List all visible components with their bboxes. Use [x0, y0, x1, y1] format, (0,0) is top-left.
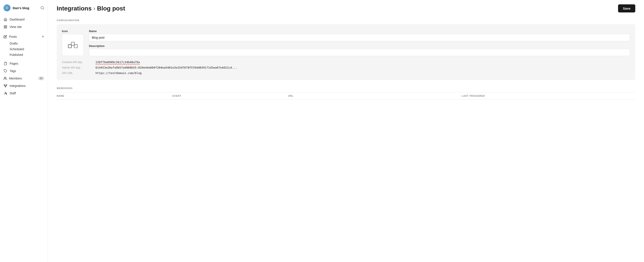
icon-section: Icon [62, 30, 84, 56]
staff-icon [4, 91, 8, 95]
top-bar: Integrations › Blog post Save [48, 0, 644, 17]
sidebar-header: D Dan's blog [0, 4, 48, 16]
api-url-row: API URL https://testdomain.com/blog [62, 71, 630, 75]
content-api-key-value[interactable]: 238ff0a0909c5b17c34b40a79a [96, 60, 140, 64]
api-rows: Content API key 238ff0a0909c5b17c34b40a7… [62, 60, 630, 75]
pages-label: Pages [10, 62, 18, 65]
pages-icon [4, 62, 8, 66]
sidebar: D Dan's blog Dashboard Vi [0, 0, 48, 262]
webhooks-section: WEBHOOKS NAME EVENT URL LAST TRIGGERED [57, 87, 635, 99]
admin-api-key-value[interactable]: 614453e26efa9b5fa4068b55:029e44e669f204e… [96, 66, 237, 69]
sidebar-item-integrations[interactable]: Integrations [0, 82, 48, 89]
svg-rect-4 [6, 27, 7, 28]
members-label: Members [9, 77, 22, 80]
external-icon [4, 25, 8, 29]
description-field-label: Description [89, 44, 630, 48]
sidebar-item-pages[interactable]: Pages [0, 60, 48, 67]
webhooks-table-header: NAME EVENT URL LAST TRIGGERED [57, 92, 635, 99]
name-field-label: Name [89, 30, 630, 33]
search-icon [40, 6, 44, 10]
members-badge: 43 [38, 76, 44, 80]
home-icon [4, 18, 8, 21]
svg-point-15 [5, 92, 6, 93]
admin-api-key-label: Admin API key [62, 66, 90, 69]
col-header-url: URL [288, 94, 462, 97]
svg-rect-3 [6, 26, 7, 27]
icon-box[interactable] [62, 34, 84, 56]
main-content: Integrations › Blog post Save CONFIGURAT… [48, 0, 644, 262]
col-header-last-triggered: LAST TRIGGERED [462, 94, 635, 97]
config-top: Icon [62, 30, 630, 56]
svg-rect-18 [68, 45, 72, 48]
sidebar-item-staff[interactable]: Staff [0, 89, 48, 97]
dashboard-label: Dashboard [10, 18, 25, 21]
webhooks-table: NAME EVENT URL LAST TRIGGERED [57, 92, 635, 99]
name-desc-section: Name Description [89, 30, 630, 56]
search-button[interactable] [40, 6, 44, 10]
tags-label: Tags [10, 69, 16, 73]
site-name: Dan's blog [13, 6, 29, 10]
configuration-section-label: CONFIGURATION [57, 19, 635, 22]
svg-rect-5 [4, 27, 5, 28]
sidebar-item-drafts[interactable]: Drafts [10, 41, 48, 46]
svg-point-7 [4, 77, 5, 78]
sidebar-item-members[interactable]: Members 43 [0, 75, 48, 82]
webhooks-section-label: WEBHOOKS [57, 87, 635, 89]
integration-icon [67, 39, 78, 51]
staff-label: Staff [10, 91, 16, 95]
members-icon [4, 77, 7, 80]
admin-api-key-row: Admin API key 614453e26efa9b5fa4068b55:0… [62, 66, 630, 69]
sidebar-item-posts[interactable]: Posts + [0, 33, 48, 41]
api-url-label: API URL [62, 71, 90, 75]
breadcrumb-parent[interactable]: Integrations [57, 5, 92, 12]
avatar: D [4, 4, 10, 11]
breadcrumb-separator: › [93, 5, 95, 12]
icon-field-label: Icon [62, 30, 84, 33]
sidebar-item-tags[interactable]: Tags [0, 67, 48, 75]
posts-label: Posts [9, 35, 17, 38]
posts-icon [4, 35, 7, 38]
svg-rect-20 [71, 42, 74, 45]
svg-rect-21 [74, 45, 78, 48]
svg-rect-2 [4, 26, 5, 27]
sidebar-item-published[interactable]: Published [10, 52, 48, 58]
add-post-button[interactable]: + [42, 35, 44, 39]
posts-subnav: Drafts Scheduled Published [0, 41, 48, 58]
content-api-key-row: Content API key 238ff0a0909c5b17c34b40a7… [62, 60, 630, 64]
col-header-event: EVENT [172, 94, 288, 97]
col-header-name: NAME [57, 94, 172, 97]
sidebar-item-view-site[interactable]: View site [0, 23, 48, 31]
breadcrumb-current: Blog post [97, 5, 125, 12]
page-title: Integrations › Blog post [57, 5, 125, 12]
save-button[interactable]: Save [618, 4, 635, 13]
description-field-group: Description [89, 44, 630, 56]
configuration-card: Icon [57, 24, 635, 80]
tag-icon [4, 69, 8, 73]
sidebar-nav: Dashboard View site Posts + [0, 16, 48, 258]
name-input[interactable] [89, 34, 630, 41]
view-site-label: View site [10, 25, 22, 29]
sidebar-item-scheduled[interactable]: Scheduled [10, 46, 48, 52]
name-field-group: Name [89, 30, 630, 41]
api-url-value: https://testdomain.com/blog [96, 71, 142, 75]
site-identity[interactable]: D Dan's blog [4, 4, 29, 11]
svg-line-1 [43, 9, 44, 9]
content-api-key-label: Content API key [62, 60, 90, 64]
svg-rect-19 [68, 45, 72, 48]
sidebar-item-dashboard[interactable]: Dashboard [0, 16, 48, 23]
integrations-label: Integrations [10, 84, 26, 88]
integrations-icon [4, 84, 8, 88]
content-area: CONFIGURATION Icon [48, 17, 644, 108]
description-input[interactable] [89, 49, 630, 56]
